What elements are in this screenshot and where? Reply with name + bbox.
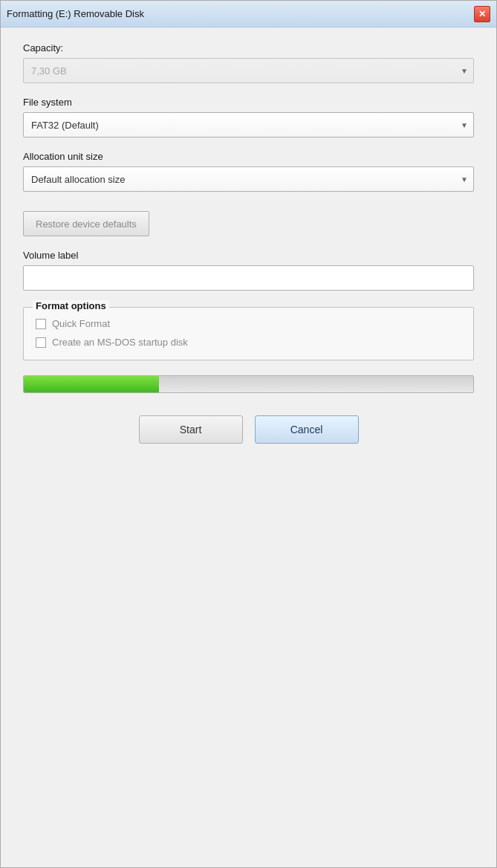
file-system-group: File system FAT32 (Default) ▼: [23, 97, 474, 137]
progress-bar-container: [23, 375, 474, 393]
start-button[interactable]: Start: [139, 415, 243, 444]
quick-format-label: Quick Format: [52, 318, 110, 329]
capacity-select[interactable]: 7,30 GB: [23, 58, 474, 83]
capacity-label: Capacity:: [23, 42, 474, 54]
dialog-window: Formatting (E:) Removable Disk ✕ Capacit…: [0, 0, 497, 868]
file-system-select-wrapper: FAT32 (Default) ▼: [23, 112, 474, 137]
format-options-group: Format options Quick Format Create an MS…: [23, 307, 474, 360]
volume-label-text: Volume label: [23, 250, 474, 261]
capacity-group: Capacity: 7,30 GB ▼: [23, 42, 474, 83]
buttons-row: Start Cancel: [23, 415, 474, 444]
cancel-button[interactable]: Cancel: [255, 415, 359, 444]
volume-label-group: Volume label: [23, 250, 474, 291]
quick-format-checkbox[interactable]: [36, 319, 46, 329]
format-options-legend: Format options: [33, 300, 109, 311]
ms-dos-label: Create an MS-DOS startup disk: [52, 337, 188, 348]
ms-dos-checkbox[interactable]: [36, 337, 46, 348]
restore-btn-wrapper: Restore device defaults: [23, 205, 474, 250]
close-button[interactable]: ✕: [474, 6, 490, 22]
allocation-select-wrapper: Default allocation size ▼: [23, 166, 474, 192]
allocation-select[interactable]: Default allocation size: [23, 166, 474, 192]
progress-bar-fill: [24, 376, 159, 392]
ms-dos-row: Create an MS-DOS startup disk: [36, 337, 461, 348]
dialog-content: Capacity: 7,30 GB ▼ File system FAT32 (D…: [1, 27, 496, 867]
file-system-select[interactable]: FAT32 (Default): [23, 112, 474, 137]
capacity-select-wrapper: 7,30 GB ▼: [23, 58, 474, 83]
file-system-label: File system: [23, 97, 474, 108]
title-bar: Formatting (E:) Removable Disk ✕: [1, 1, 496, 27]
window-title: Formatting (E:) Removable Disk: [7, 8, 144, 19]
restore-defaults-button[interactable]: Restore device defaults: [23, 211, 149, 236]
allocation-group: Allocation unit size Default allocation …: [23, 151, 474, 192]
quick-format-row: Quick Format: [36, 318, 461, 329]
volume-label-input[interactable]: [23, 265, 474, 291]
allocation-label: Allocation unit size: [23, 151, 474, 162]
